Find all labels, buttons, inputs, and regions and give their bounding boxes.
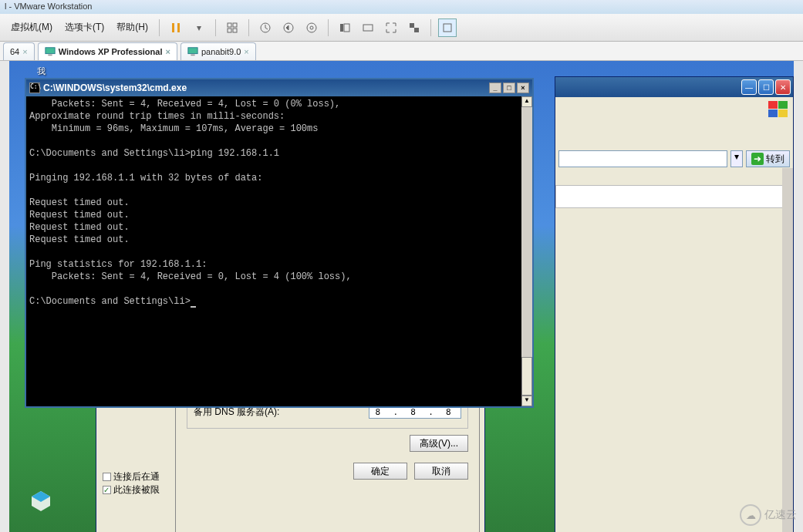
close-icon[interactable]: × xyxy=(165,47,170,56)
svg-rect-3 xyxy=(233,23,237,27)
svg-rect-5 xyxy=(233,29,237,32)
tab-64[interactable]: 64× xyxy=(3,42,35,60)
svg-rect-11 xyxy=(344,24,349,32)
cmd-terminal[interactable]: Packets: Sent = 4, Received = 4, Lost = … xyxy=(26,96,521,406)
advanced-button[interactable]: 高级(V)... xyxy=(410,435,468,452)
guest-viewport: 我 我 网 TI消 wi — ☐ ✕ ▾ ➜转到 xyxy=(9,61,794,532)
svg-rect-1 xyxy=(177,23,180,32)
cmd-scrollbar[interactable]: ▲ ▼ xyxy=(521,96,532,406)
svg-rect-10 xyxy=(340,24,343,32)
address-input[interactable] xyxy=(558,150,727,167)
devices-icon[interactable] xyxy=(223,19,241,37)
minimize-button[interactable]: — xyxy=(741,79,757,95)
close-icon[interactable]: × xyxy=(244,47,248,56)
minimize-button[interactable]: _ xyxy=(489,82,501,93)
cmd-window[interactable]: C:\ C:\WINDOWS\system32\cmd.exe _ □ × Pa… xyxy=(25,78,534,408)
maximize-button[interactable]: □ xyxy=(503,82,515,93)
snapshot-manager-icon[interactable] xyxy=(302,19,321,37)
desktop-icon[interactable]: 我 xyxy=(14,66,68,77)
menu-help[interactable]: 帮助(H) xyxy=(110,18,154,37)
cmd-icon: C:\ xyxy=(29,82,40,93)
fullscreen-icon[interactable] xyxy=(382,19,400,37)
svg-rect-0 xyxy=(172,23,174,32)
monitor-icon xyxy=(45,46,56,57)
xp-desktop[interactable]: 我 我 网 TI消 wi — ☐ ✕ ▾ ➜转到 xyxy=(9,61,794,532)
svg-rect-15 xyxy=(444,24,451,32)
cube-icon xyxy=(29,489,53,513)
svg-rect-14 xyxy=(414,28,419,32)
svg-point-8 xyxy=(307,23,316,32)
svg-rect-12 xyxy=(363,25,373,31)
svg-point-9 xyxy=(310,26,313,29)
svg-rect-16 xyxy=(46,48,55,54)
snapshot-take-icon[interactable] xyxy=(256,19,275,37)
address-dropdown[interactable]: ▾ xyxy=(730,150,743,167)
ie-titlebar[interactable]: — ☐ ✕ xyxy=(555,77,793,97)
unity-icon[interactable] xyxy=(405,19,423,37)
cmd-titlebar[interactable]: C:\ C:\WINDOWS\system32\cmd.exe _ □ × xyxy=(26,79,532,96)
watermark: ☁ 亿速云 xyxy=(740,504,797,526)
windows-flag-icon xyxy=(767,100,790,119)
pause-icon[interactable] xyxy=(167,19,185,37)
ie-scrollbar[interactable] xyxy=(782,168,793,532)
vmware-titlebar: l - VMware Workstation xyxy=(0,0,803,14)
svg-rect-2 xyxy=(228,23,231,27)
console-view-icon[interactable] xyxy=(359,19,377,37)
svg-rect-23 xyxy=(778,101,788,109)
svg-rect-25 xyxy=(778,109,788,117)
menu-tabs[interactable]: 选项卡(T) xyxy=(59,18,110,37)
svg-rect-19 xyxy=(191,55,194,56)
vmware-menubar: 虚拟机(M) 选项卡(T) 帮助(H) ▾ xyxy=(0,14,803,42)
tab-winxp[interactable]: Windows XP Professional× xyxy=(38,42,177,60)
ie-window[interactable]: — ☐ ✕ ▾ ➜转到 xyxy=(555,76,794,532)
checkbox-limited-conn[interactable]: 此连接被限 xyxy=(103,483,160,497)
checkbox-connect-notify[interactable]: 连接后在通 xyxy=(103,470,160,483)
scroll-thumb[interactable] xyxy=(521,357,532,396)
desktop-icon[interactable] xyxy=(14,489,68,515)
tab-panabit[interactable]: panabit9.0× xyxy=(181,42,256,60)
snapshot-revert-icon[interactable] xyxy=(279,19,298,37)
menu-vm[interactable]: 虚拟机(M) xyxy=(5,18,59,37)
go-button[interactable]: ➜转到 xyxy=(746,150,790,167)
scroll-up-icon[interactable]: ▲ xyxy=(521,96,532,107)
cloud-icon: ☁ xyxy=(740,504,761,526)
svg-rect-18 xyxy=(188,48,197,54)
sidebar-toggle-icon[interactable] xyxy=(336,19,354,37)
ie-addressbar: ▾ ➜转到 xyxy=(555,147,793,170)
svg-rect-4 xyxy=(228,29,231,32)
vm-tabstrip: 64× Windows XP Professional× panabit9.0× xyxy=(0,42,803,61)
thumbnail-icon[interactable] xyxy=(438,19,457,37)
arrow-right-icon: ➜ xyxy=(751,153,764,165)
svg-rect-17 xyxy=(48,55,52,56)
close-button[interactable]: × xyxy=(517,82,529,93)
monitor-icon xyxy=(187,46,198,57)
cmd-title: C:\WINDOWS\system32\cmd.exe xyxy=(43,82,187,93)
cancel-button[interactable]: 取消 xyxy=(414,463,468,480)
power-dropdown-icon[interactable]: ▾ xyxy=(190,19,208,37)
scroll-down-icon[interactable]: ▼ xyxy=(521,396,532,406)
maximize-button[interactable]: ☐ xyxy=(758,79,774,95)
svg-rect-24 xyxy=(768,109,778,117)
ok-button[interactable]: 确定 xyxy=(353,463,407,480)
close-icon[interactable]: × xyxy=(22,47,27,56)
svg-rect-13 xyxy=(410,23,414,28)
ie-toolbar-fragment xyxy=(555,185,784,208)
close-button[interactable]: ✕ xyxy=(775,79,791,95)
svg-rect-22 xyxy=(768,101,778,109)
